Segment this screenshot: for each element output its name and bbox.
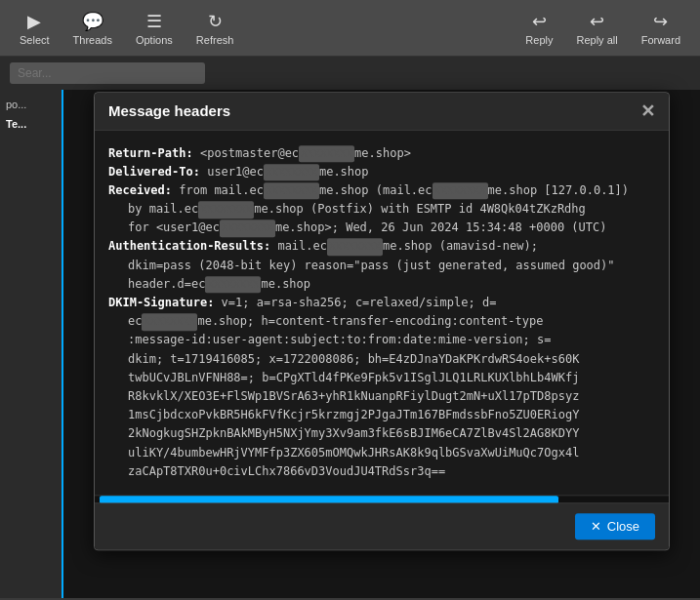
header-dkim-line5: twbUCvJBLnVFNH88=; b=CPgXTld4fPKe9Fpk5v1… [108, 369, 655, 387]
header-auth-results-line3: header.d=ecXXXXXXXXme.shop [108, 275, 655, 294]
modal-close-x-button[interactable]: ✕ [640, 102, 655, 120]
forward-icon: ↪ [653, 11, 668, 32]
refresh-icon: ↻ [208, 11, 223, 32]
options-button[interactable]: ☰ Options [126, 5, 183, 52]
modal-header: Message headers ✕ [95, 93, 669, 131]
search-input[interactable] [10, 62, 205, 84]
sidebar: po... Te... [0, 90, 63, 598]
refresh-button[interactable]: ↻ Refresh [186, 5, 244, 52]
forward-label: Forward [641, 34, 680, 46]
reply-icon: ↩ [532, 11, 547, 32]
main-content: Message headers ✕ Return-Path: <postmast… [63, 90, 700, 598]
header-auth-results: Authentication-Results: mail.ecXXXXXXXXm… [108, 238, 655, 257]
search-bar [0, 57, 700, 90]
header-received: Received: from mail.ecXXXXXXXXme.shop (m… [108, 181, 655, 200]
header-received-line2: by mail.ecXXXXXXXXme.shop (Postfix) with… [108, 200, 655, 219]
sidebar-item-po[interactable]: po... [0, 95, 62, 114]
header-return-path: Return-Path: <postmaster@ecXXXXXXXXme.sh… [108, 144, 655, 163]
reply-all-label: Reply all [576, 34, 617, 46]
sidebar-item-te[interactable]: Te... [0, 114, 62, 134]
header-auth-results-line2: dkim=pass (2048-bit key) reason="pass (j… [108, 257, 655, 275]
forward-button[interactable]: ↪ Forward [632, 5, 690, 52]
modal-footer: ✕ Close [95, 502, 669, 549]
header-dkim-line6: R8kvklX/XEO3E+FlSWp1BVSrA63+yhR1kNuanpRF… [108, 387, 655, 406]
modal-close-button[interactable]: ✕ Close [575, 513, 655, 540]
threads-button[interactable]: 💬 Threads [63, 5, 122, 52]
modal-body[interactable]: Return-Path: <postmaster@ecXXXXXXXXme.sh… [95, 131, 669, 495]
content-area: po... Te... Message headers ✕ Return-Pat… [0, 90, 700, 598]
options-label: Options [136, 34, 173, 46]
header-dkim-line3: :message-id:user-agent:subject:to:from:d… [108, 332, 655, 350]
select-label: Select [20, 34, 50, 46]
header-received-line3: for <user1@ecXXXXXXXXme.shop>; Wed, 26 J… [108, 220, 655, 238]
header-dkim-line2: ecXXXXXXXXme.shop; h=content-transfer-en… [108, 312, 655, 331]
toolbar: ▶ Select 💬 Threads ☰ Options ↻ Refresh ↩… [0, 0, 700, 57]
reply-button[interactable]: ↩ Reply [515, 5, 562, 52]
message-headers-modal: Message headers ✕ Return-Path: <postmast… [94, 92, 670, 550]
toolbar-right: ↩ Reply ↩ Reply all ↪ Forward [515, 5, 690, 52]
header-dkim-sig: DKIM-Signature: v=1; a=rsa-sha256; c=rel… [108, 294, 655, 312]
modal-title: Message headers [108, 102, 230, 119]
header-delivered-to: Delivered-To: user1@ecXXXXXXXXme.shop [108, 163, 655, 181]
select-button[interactable]: ▶ Select [10, 5, 60, 52]
modal-horizontal-scrollbar[interactable] [95, 495, 669, 502]
toolbar-left: ▶ Select 💬 Threads ☰ Options ↻ Refresh [10, 5, 243, 52]
header-dkim-line10: zaCApT8TXR0u+0civLChx7866vD3VoudJU4TRdSs… [108, 462, 655, 481]
header-dkim-line4: dkim; t=1719416085; x=1722008086; bh=E4z… [108, 350, 655, 369]
close-icon: ✕ [591, 519, 601, 534]
header-dkim-line8: 2kNogkugSHZpknBAkMByH5NXjYmy3Xv9am3fkE6s… [108, 425, 655, 444]
reply-all-button[interactable]: ↩ Reply all [566, 5, 627, 52]
refresh-label: Refresh [196, 34, 234, 46]
options-icon: ☰ [146, 11, 162, 32]
reply-label: Reply [525, 34, 553, 46]
select-icon: ▶ [27, 11, 41, 32]
header-dkim-line7: 1msCjbdcxoPvkBR5H6kFVfKcjr5krzmgj2PJgaJT… [108, 406, 655, 424]
threads-icon: 💬 [82, 11, 103, 32]
header-dkim-line9: uliKY/4bumbewHRjVYMFfp3ZX605mOMQwkJHRsAK… [108, 444, 655, 462]
reply-all-icon: ↩ [590, 11, 604, 32]
close-button-label: Close [607, 519, 639, 534]
threads-label: Threads [73, 34, 112, 46]
